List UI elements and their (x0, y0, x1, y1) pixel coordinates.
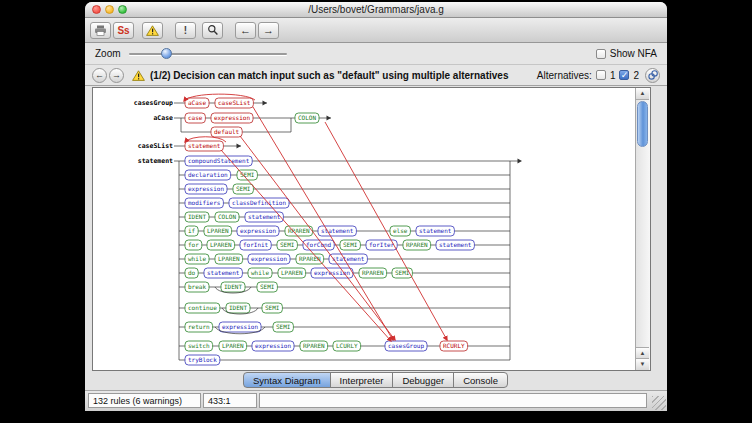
svg-text:statement: statement (332, 255, 365, 262)
svg-text:LPAREN: LPAREN (281, 269, 303, 276)
prev-warning-button[interactable]: ← (92, 68, 107, 83)
syntax-diagram-canvas[interactable]: aCasecaseSListcaseexpressionCOLONdefault… (92, 87, 651, 371)
alternative-1-checkbox[interactable] (596, 70, 606, 80)
tab-syntax-diagram[interactable]: Syntax Diagram (243, 372, 331, 388)
title-bar[interactable]: /Users/bovet/Grammars/java.g (85, 2, 667, 18)
svg-text:IDENT: IDENT (224, 283, 242, 290)
svg-text:classDefinition: classDefinition (232, 199, 287, 206)
svg-text:compoundStatement: compoundStatement (188, 157, 250, 165)
svg-text:forInit: forInit (243, 241, 269, 248)
svg-text:expression: expression (255, 342, 292, 350)
warning-bar: ← → (1/2) Decision can match input such … (85, 65, 667, 86)
print-button[interactable] (90, 22, 111, 39)
magnifier-icon (207, 24, 219, 36)
show-nfa-checkbox[interactable] (596, 49, 606, 59)
scroll-up-arrow[interactable]: ▲ (636, 88, 649, 100)
svg-text:RPAREN: RPAREN (362, 269, 384, 276)
show-nfa-group: Show NFA (596, 48, 657, 59)
warning-icon (146, 25, 159, 36)
find-button[interactable] (202, 22, 223, 39)
svg-text:RPAREN: RPAREN (303, 342, 325, 349)
window-title: /Users/bovet/Grammars/java.g (85, 2, 667, 17)
vertical-scrollbar[interactable]: ▲ ▲ ▼ (635, 88, 650, 370)
toolbar: Ss ! ← → (85, 18, 667, 43)
svg-text:case: case (188, 114, 203, 121)
warning-icon (132, 70, 145, 81)
svg-text:declaration: declaration (188, 171, 228, 178)
svg-text:aCase: aCase (153, 114, 173, 122)
tab-interpreter[interactable]: Interpreter (330, 372, 394, 388)
svg-text:SEMI: SEMI (343, 241, 358, 248)
svg-text:aCase: aCase (188, 99, 206, 106)
tab-debugger[interactable]: Debugger (392, 372, 454, 388)
svg-text:statement: statement (419, 227, 452, 234)
syntax-color-button[interactable]: Ss (113, 22, 134, 39)
svg-text:else: else (393, 227, 408, 234)
svg-text:LPAREN: LPAREN (207, 227, 229, 234)
link-icon (647, 69, 659, 81)
tab-console[interactable]: Console (453, 372, 508, 388)
minimize-button[interactable] (105, 5, 114, 14)
svg-text:SEMI: SEMI (240, 171, 255, 178)
svg-text:tryBlock: tryBlock (188, 356, 217, 364)
svg-text:for: for (188, 241, 199, 248)
check-grammar-button[interactable] (142, 22, 163, 39)
svg-text:IDENT: IDENT (229, 304, 247, 311)
resize-grip[interactable] (652, 396, 666, 410)
view-tabs: Syntax DiagramInterpreterDebuggerConsole (85, 371, 667, 389)
back-button[interactable]: ← (235, 22, 256, 39)
rules-count-field: 132 rules (6 warnings) (88, 393, 201, 408)
link-button[interactable] (645, 68, 660, 83)
alternative-1-label: 1 (610, 70, 616, 81)
alternatives-group: Alternatives: 1 ✓ 2 (537, 68, 660, 83)
svg-text:caseSList: caseSList (138, 142, 173, 150)
svg-text:statement: statement (188, 142, 221, 149)
svg-text:RPAREN: RPAREN (288, 227, 310, 234)
svg-text:RCURLY: RCURLY (443, 342, 465, 349)
scroll-down-arrow[interactable]: ▼ (636, 358, 649, 370)
svg-text:SEMI: SEMI (236, 185, 251, 192)
status-bar: 132 rules (6 warnings) 433:1 (85, 390, 667, 411)
caret-position-field: 433:1 (203, 393, 257, 408)
svg-text:continue: continue (188, 304, 217, 311)
svg-text:expression: expression (240, 227, 277, 235)
window-controls (92, 5, 127, 14)
zoom-slider-knob[interactable] (161, 48, 172, 59)
svg-text:expression: expression (222, 323, 259, 331)
svg-text:do: do (188, 269, 196, 276)
close-button[interactable] (92, 5, 101, 14)
svg-text:LCURLY: LCURLY (336, 342, 358, 349)
svg-text:return: return (188, 323, 210, 330)
svg-text:IDENT: IDENT (188, 213, 206, 220)
status-message-field (259, 393, 647, 408)
svg-text:SEMI: SEMI (276, 323, 291, 330)
alternative-2-checkbox[interactable]: ✓ (619, 70, 629, 80)
antlrworks-window: /Users/bovet/Grammars/java.g Ss ! ← → Zo… (85, 2, 667, 411)
svg-text:expression: expression (251, 255, 288, 263)
svg-text:casesGroup: casesGroup (388, 342, 425, 350)
zoom-slider-track (129, 53, 287, 55)
forward-button[interactable]: → (258, 22, 279, 39)
svg-text:while: while (188, 255, 206, 262)
svg-text:statement: statement (439, 241, 472, 248)
svg-text:SEMI: SEMI (280, 241, 295, 248)
zoom-button[interactable] (118, 5, 127, 14)
svg-text:expression: expression (214, 114, 251, 122)
zoom-label: Zoom (95, 48, 121, 59)
svg-text:LPAREN: LPAREN (218, 255, 240, 262)
svg-text:casesGroup: casesGroup (134, 99, 173, 107)
scrollbar-thumb[interactable] (637, 101, 648, 147)
next-warning-button[interactable]: → (109, 68, 124, 83)
svg-text:expression: expression (314, 269, 351, 277)
svg-text:statement: statement (138, 157, 173, 165)
svg-text:while: while (251, 269, 269, 276)
zoom-slider[interactable] (129, 48, 287, 60)
svg-text:LPAREN: LPAREN (222, 342, 244, 349)
debug-button[interactable]: ! (175, 22, 196, 39)
svg-text:COLON: COLON (298, 114, 316, 121)
svg-text:modifiers: modifiers (188, 199, 221, 206)
svg-text:RPAREN: RPAREN (406, 241, 428, 248)
alternatives-label: Alternatives: (537, 70, 592, 81)
zoom-bar: Zoom Show NFA (85, 43, 667, 65)
svg-text:statement: statement (207, 269, 240, 276)
